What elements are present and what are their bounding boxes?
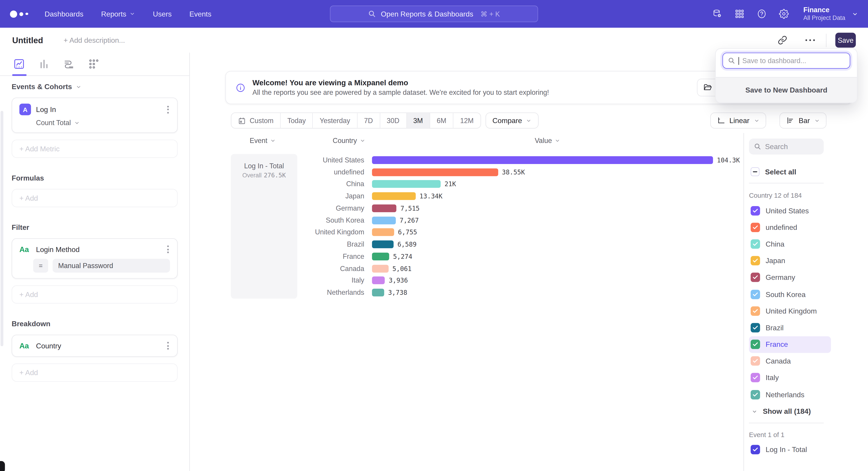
nav-reports[interactable]: Reports (101, 10, 135, 18)
checkbox-checked[interactable] (751, 340, 760, 349)
save-to-new-dashboard-button[interactable]: Save to New Dashboard (716, 77, 857, 102)
report-title[interactable]: Untitled (12, 35, 43, 45)
tab-insights[interactable] (13, 53, 25, 75)
global-search[interactable]: Open Reports & Dashboards ⌘ + K (330, 5, 538, 22)
nav-events[interactable]: Events (189, 10, 211, 18)
checkbox-checked[interactable] (751, 256, 760, 266)
breakdown-property-name[interactable]: Country (36, 342, 61, 350)
legend-country-canada[interactable]: Canada (749, 353, 831, 370)
metric-card[interactable]: A Log In Count Total (11, 97, 178, 133)
checkbox-checked[interactable] (751, 356, 760, 366)
legend-country-china[interactable]: China (749, 236, 831, 253)
checkbox-checked[interactable] (751, 206, 760, 215)
calendar-icon (238, 117, 246, 124)
filter-card[interactable]: Aa Login Method = Manual Password (11, 238, 178, 279)
legend-country-germany[interactable]: Germany (749, 269, 831, 286)
legend-country-italy[interactable]: Italy (749, 370, 831, 386)
column-header-country[interactable]: Country (333, 137, 365, 145)
show-all-button[interactable]: Show all (184) (749, 407, 868, 416)
checkbox-checked[interactable] (751, 323, 760, 332)
legend-search-input[interactable]: Search (749, 139, 824, 154)
breakdown-card[interactable]: Aa Country (11, 334, 178, 357)
filter-property-name[interactable]: Login Method (36, 245, 80, 254)
kebab-menu-icon[interactable] (166, 105, 170, 115)
tab-funnels[interactable] (38, 53, 50, 75)
aggregation-selector[interactable]: Count Total (36, 119, 170, 127)
bar-undefined[interactable] (372, 168, 498, 176)
metric-event-name[interactable]: Log In (36, 105, 56, 114)
legend-country-france[interactable]: France (749, 336, 831, 353)
chart-type-selector[interactable]: Bar (779, 112, 827, 128)
bar-united-states[interactable] (372, 156, 713, 164)
scale-selector[interactable]: Linear (710, 112, 766, 128)
help-icon[interactable] (757, 9, 767, 19)
event-total-cell[interactable]: Log In - Total Overall276.5K (231, 154, 297, 299)
checkbox-checked[interactable] (751, 223, 760, 232)
bar-united-kingdom[interactable] (372, 229, 394, 236)
kebab-menu-icon[interactable] (166, 244, 170, 254)
nav-users[interactable]: Users (153, 10, 172, 18)
filter-value[interactable]: Manual Password (53, 259, 170, 273)
checkbox-checked[interactable] (751, 373, 760, 383)
settings-gear-icon[interactable] (779, 9, 789, 19)
copy-link-icon[interactable] (778, 35, 787, 45)
events-cohorts-header[interactable]: Events & Cohorts (11, 83, 178, 91)
range-today[interactable]: Today (281, 113, 313, 128)
column-header-event[interactable]: Event (250, 137, 276, 145)
legend-event-log-in-total[interactable]: Log In - Total (749, 441, 831, 458)
legend-country-united-kingdom[interactable]: United Kingdom (749, 302, 831, 319)
apps-grid-icon[interactable] (735, 9, 745, 19)
kebab-menu-icon[interactable] (166, 341, 170, 351)
data-management-icon[interactable] (712, 9, 722, 19)
checkbox-checked[interactable] (751, 239, 760, 249)
bottom-left-partial-widget[interactable] (0, 461, 5, 471)
save-dashboard-search-input[interactable]: Save to dashboard... (722, 53, 850, 69)
column-header-value[interactable]: Value (535, 137, 560, 145)
range-3m[interactable]: 3M (407, 113, 430, 128)
legend-country-south-korea[interactable]: South Korea (749, 286, 831, 303)
save-button[interactable]: Save (835, 33, 856, 48)
legend-country-united-states[interactable]: United States (749, 202, 831, 219)
tab-flows[interactable] (63, 53, 74, 75)
bar-value-label: 13.34K (420, 192, 442, 200)
tab-retention[interactable] (88, 53, 99, 75)
bar-italy[interactable] (372, 277, 385, 284)
project-switcher[interactable]: Finance All Project Data (803, 6, 858, 22)
checkbox-checked[interactable] (751, 306, 760, 316)
nav-dashboards[interactable]: Dashboards (44, 10, 84, 18)
bar-japan[interactable] (372, 192, 416, 200)
more-options-icon[interactable] (805, 39, 815, 41)
range-custom[interactable]: Custom (231, 113, 281, 128)
mixpanel-logo[interactable] (10, 10, 28, 18)
add-formula-button[interactable]: + Add (11, 189, 178, 207)
bar-canada[interactable] (372, 265, 389, 272)
range-30d[interactable]: 30D (380, 113, 406, 128)
bar-brazil[interactable] (372, 240, 394, 248)
legend-country-japan[interactable]: Japan (749, 253, 831, 269)
select-all-row[interactable]: Select all (749, 168, 868, 176)
filter-operator[interactable]: = (33, 259, 48, 273)
range-12m[interactable]: 12M (454, 113, 480, 128)
legend-country-brazil[interactable]: Brazil (749, 319, 831, 336)
add-filter-button[interactable]: + Add (11, 285, 178, 303)
add-description[interactable]: + Add description... (64, 36, 125, 45)
range-6m[interactable]: 6M (430, 113, 454, 128)
range-7d[interactable]: 7D (358, 113, 380, 128)
country-legend-list: United StatesundefinedChinaJapanGermanyS… (749, 202, 868, 403)
bar-france[interactable] (372, 253, 389, 260)
checkbox-checked[interactable] (751, 390, 760, 399)
bar-south-korea[interactable] (372, 216, 396, 224)
legend-country-netherlands[interactable]: Netherlands (749, 386, 831, 403)
bar-netherlands[interactable] (372, 289, 384, 296)
checkbox-checked[interactable] (751, 290, 760, 299)
compare-button[interactable]: Compare (485, 112, 539, 128)
bar-germany[interactable] (372, 204, 397, 212)
bar-china[interactable] (372, 180, 441, 188)
range-yesterday[interactable]: Yesterday (313, 113, 358, 128)
legend-country-undefined[interactable]: undefined (749, 219, 831, 236)
indeterminate-checkbox[interactable] (751, 168, 760, 176)
add-metric-button[interactable]: + Add Metric (11, 140, 178, 158)
checkbox-checked[interactable] (751, 273, 760, 282)
checkbox-checked[interactable] (751, 445, 760, 454)
add-breakdown-button[interactable]: + Add (11, 363, 178, 382)
